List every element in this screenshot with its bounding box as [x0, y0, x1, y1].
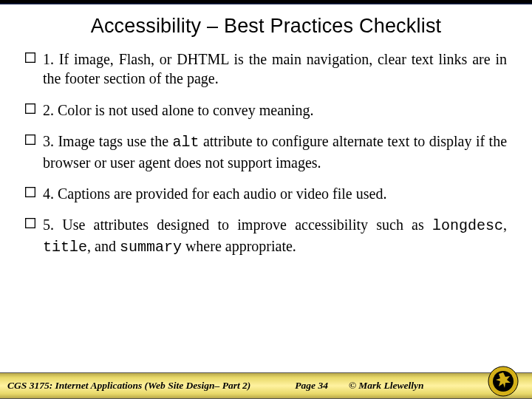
checklist: 1. If image, Flash, or DHTML is the main…: [0, 45, 532, 257]
footer-copyright: © Mark Llewellyn: [349, 380, 424, 392]
list-item-text: 5. Use attributes designed to improve ac…: [43, 215, 507, 257]
svg-rect-0: [26, 53, 35, 63]
footer-page: Page 34: [295, 380, 328, 392]
svg-rect-3: [26, 187, 35, 197]
ucf-logo: [488, 366, 519, 397]
checkbox-icon: [25, 215, 43, 228]
slide-title: Accessibility – Best Practices Checklist: [0, 4, 532, 45]
list-item-text: 1. If image, Flash, or DHTML is the main…: [43, 50, 507, 89]
footer-course: CGS 3175: Internet Applications (Web Sit…: [7, 380, 250, 392]
checkbox-icon: [25, 100, 43, 114]
list-item: 3. Image tags use the alt attribute to c…: [25, 132, 507, 172]
footer-bar: CGS 3175: Internet Applications (Web Sit…: [0, 372, 532, 399]
checkbox-icon: [25, 184, 43, 197]
svg-rect-4: [26, 219, 35, 228]
list-item: 2. Color is not used alone to convey mea…: [25, 100, 507, 120]
list-item: 1. If image, Flash, or DHTML is the main…: [25, 50, 507, 89]
list-item: 4. Captions are provided for each audio …: [25, 184, 507, 203]
checkbox-icon: [25, 132, 43, 145]
svg-rect-2: [26, 135, 35, 145]
svg-rect-1: [26, 103, 35, 113]
list-item-text: 2. Color is not used alone to convey mea…: [43, 100, 507, 120]
checkbox-icon: [25, 50, 43, 63]
list-item-text: 3. Image tags use the alt attribute to c…: [43, 132, 507, 172]
list-item-text: 4. Captions are provided for each audio …: [43, 184, 507, 203]
list-item: 5. Use attributes designed to improve ac…: [25, 215, 507, 257]
